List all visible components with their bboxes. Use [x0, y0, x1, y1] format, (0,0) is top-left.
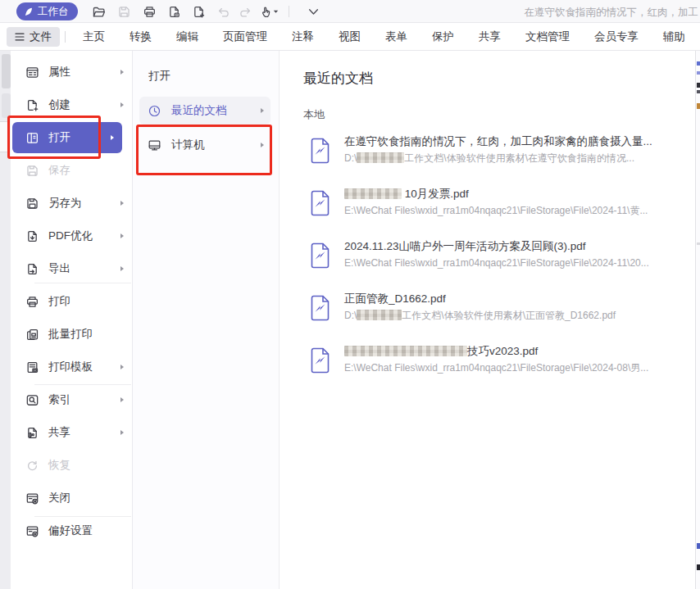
submenu-arrow-icon — [120, 102, 124, 107]
recent-documents-pane: 最近的文档 本地 在遵守饮食指南的情况下，红肉，加工肉和家禽的膳食摄入量... … — [280, 51, 695, 589]
underlying-content-fragment — [697, 83, 700, 88]
document-title: 10月发票.pdf — [344, 187, 648, 202]
underlying-tab — [0, 121, 10, 152]
underlying-content-fragment — [697, 564, 700, 570]
properties-icon — [25, 66, 39, 79]
menu-divider — [34, 283, 131, 283]
menu-tab-comment[interactable]: 注释 — [280, 29, 326, 44]
submenu-arrow-icon — [120, 201, 124, 206]
menu-tab-doc-management[interactable]: 文档管理 — [513, 29, 582, 44]
file-menu-item-open[interactable]: 打开 — [12, 122, 122, 153]
collapse-toolbar-button[interactable] — [305, 3, 321, 20]
hand-tool-button[interactable] — [257, 3, 280, 20]
open-item-computer[interactable]: 计算机 — [139, 131, 270, 159]
menu-tab-view[interactable]: 视图 — [326, 29, 373, 44]
file-menu-item-properties[interactable]: 属性 — [11, 56, 132, 88]
menu-tab-form[interactable]: 表单 — [373, 29, 420, 44]
computer-icon — [148, 138, 161, 152]
document-title: 2024.11.23山喵户外一周年活动方案及回顾(3).pdf — [344, 239, 649, 254]
document-row[interactable]: 在遵守饮食指南的情况下，红肉，加工肉和家禽的膳食摄入量... D:\工作文档\体… — [303, 129, 687, 175]
menu-tab-protect[interactable]: 保护 — [420, 29, 466, 44]
underlying-content-fragment — [697, 242, 700, 245]
file-menu-item-index[interactable]: 索引 — [11, 383, 132, 416]
document-row[interactable]: 10月发票.pdf E:\WeChat Files\wxid_rra1m04nq… — [303, 182, 687, 228]
file-menu-item-preferences[interactable]: 偏好设置 — [11, 514, 132, 547]
save-button — [116, 3, 132, 20]
submenu-arrow-icon — [120, 233, 124, 238]
open-icon — [25, 131, 39, 145]
save-as-icon — [25, 197, 39, 211]
document-path: E:\WeChat Files\wxid_rra1m04nqaqc21\File… — [344, 204, 648, 218]
file-menu-item-batch-print[interactable]: 批量打印 — [11, 318, 132, 351]
titlebar: 工作台 在遵守饮食指南的情况下，红肉，加工 — [0, 0, 700, 23]
menu-tab-share[interactable]: 共享 — [466, 29, 513, 44]
underlying-thumbnail — [2, 93, 11, 118]
underlying-left-strip — [0, 51, 11, 589]
recent-documents-heading: 最近的文档 — [303, 69, 373, 88]
file-menu-panel: 属性 创建 打开 保存 另存为 PDF优化 — [11, 51, 133, 589]
local-section-label: 本地 — [303, 107, 325, 122]
underlying-content-fragment — [697, 90, 700, 93]
redo-button — [237, 3, 253, 20]
workbench-label: 工作台 — [38, 5, 69, 19]
redacted-blur — [357, 310, 402, 320]
pdf-file-icon — [309, 138, 331, 164]
file-menu-item-print[interactable]: 打印 — [11, 285, 132, 318]
menu-tab-file[interactable]: 文件 — [7, 27, 60, 47]
submenu-arrow-icon — [120, 266, 124, 271]
file-menu-item-export[interactable]: 导出 — [11, 252, 132, 285]
menu-tab-assist[interactable]: 辅助 — [651, 29, 698, 44]
redacted-blur — [357, 152, 404, 163]
submenu-arrow-icon — [261, 108, 264, 113]
menu-tab-home[interactable]: 主页 — [70, 29, 117, 44]
open-folder-button[interactable] — [90, 3, 107, 20]
menu-tab-member[interactable]: 会员专享 — [582, 29, 651, 44]
print-template-icon — [25, 360, 39, 374]
print-icon — [25, 295, 39, 309]
save-icon — [25, 164, 39, 178]
underlying-right-sliver — [695, 51, 700, 589]
document-row[interactable]: 技巧v2023.pdf E:\WeChat Files\wxid_rra1m04… — [303, 339, 687, 385]
document-title: 正面管教_D1662.pdf — [344, 292, 616, 306]
menu-tab-page-management[interactable]: 页面管理 — [211, 29, 280, 44]
open-panel-title: 打开 — [148, 69, 170, 84]
underlying-content-fragment — [697, 103, 700, 109]
create-icon — [25, 98, 39, 112]
file-menu-item-save-as[interactable]: 另存为 — [11, 187, 132, 220]
undo-button — [215, 3, 231, 20]
file-menu-item-save: 保存 — [11, 154, 132, 187]
document-path: D:\工作文档\体验软件使用素材\在遵守饮食指南的情况... — [344, 152, 652, 165]
document-row[interactable]: 2024.11.23山喵户外一周年活动方案及回顾(3).pdf E:\WeCha… — [303, 234, 687, 280]
close-doc-icon — [25, 492, 39, 505]
submenu-arrow-icon — [120, 430, 124, 435]
hamburger-icon — [15, 33, 25, 41]
redacted-blur — [344, 346, 467, 356]
underlying-content-fragment — [697, 71, 700, 75]
workbench-button[interactable]: 工作台 — [16, 2, 78, 20]
open-item-recent-documents[interactable]: 最近的文档 — [139, 97, 270, 125]
file-menu-item-close[interactable]: 关闭 — [11, 482, 132, 514]
submenu-arrow-icon — [120, 397, 124, 402]
file-menu-item-share[interactable]: 共享 — [11, 416, 132, 449]
file-menu-item-print-template[interactable]: 打印模板 — [11, 351, 132, 383]
pdf-file-icon — [309, 295, 331, 321]
clock-icon — [148, 104, 161, 118]
quill-icon — [23, 7, 34, 17]
menu-tab-convert[interactable]: 转换 — [117, 29, 164, 44]
submenu-arrow-icon — [120, 70, 124, 75]
document-row[interactable]: 正面管教_D1662.pdf D:\工作文档\体验软件使用素材\正面管教_D16… — [303, 287, 687, 333]
document-path: E:\WeChat Files\wxid_rra1m04nqaqc21\File… — [344, 361, 648, 375]
document-path: E:\WeChat Files\wxid_rra1m04nqaqc21\File… — [344, 256, 649, 270]
underlying-thumbnail — [2, 54, 11, 88]
underlying-content-fragment — [697, 61, 700, 66]
pdf-optimize-icon — [25, 229, 39, 243]
pdf-file-icon — [309, 242, 331, 269]
file-menu-item-pdf-optimize[interactable]: PDF优化 — [11, 220, 132, 252]
menu-tab-edit[interactable]: 编辑 — [164, 29, 211, 44]
file-menu-item-create[interactable]: 创建 — [11, 88, 132, 121]
print-button[interactable] — [141, 3, 157, 20]
new-doc-button[interactable] — [190, 3, 207, 20]
restore-icon — [25, 459, 39, 473]
open-submenu-panel: 打开 最近的文档 计算机 — [133, 51, 280, 589]
doc-optimize-button[interactable] — [166, 3, 182, 20]
